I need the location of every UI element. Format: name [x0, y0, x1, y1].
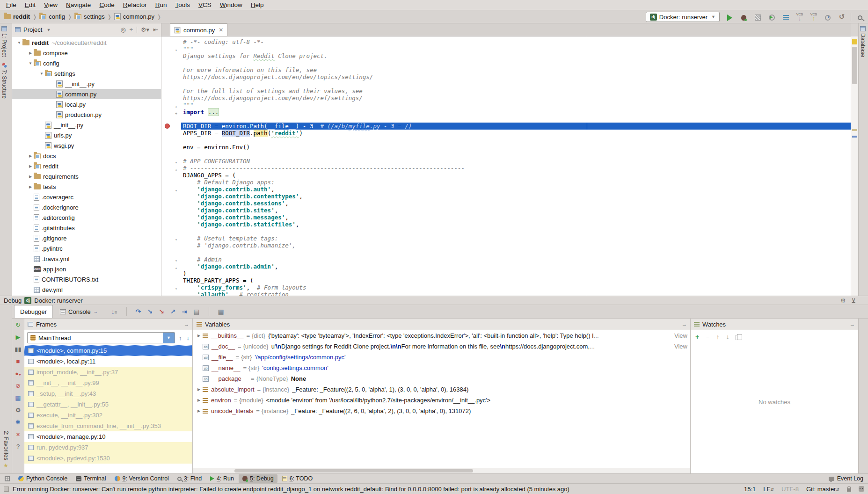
tool-window-button-terminal[interactable]: Terminal: [72, 474, 109, 483]
tree-item-wsgi-py[interactable]: wsgi.py: [12, 140, 161, 151]
tool-strip-database[interactable]: Database: [859, 23, 867, 60]
settings-gear-icon[interactable]: ⚙▾: [141, 27, 149, 33]
tree-item-tests[interactable]: ▶tests: [12, 182, 161, 192]
highlighting-level-icon[interactable]: [859, 486, 864, 492]
menu-vcs[interactable]: VCS: [194, 0, 216, 9]
frame-row[interactable]: __getattr__, __init__.py:55: [24, 399, 192, 410]
restore-layout-icon[interactable]: ▦: [15, 394, 21, 401]
breadcrumb-item-reddit[interactable]: reddit: [4, 13, 30, 20]
status-square-icon[interactable]: [4, 487, 9, 492]
tree-item-editorconfig[interactable]: .editorconfig: [12, 212, 161, 223]
mute-breakpoints-icon[interactable]: ⊘: [15, 382, 21, 389]
pin-icon[interactable]: ✱: [15, 419, 21, 426]
search-everywhere-icon[interactable]: [855, 13, 865, 21]
variable-row-absolute-import[interactable]: ▶absolute_import={instance}_Feature: _Fe…: [193, 384, 690, 395]
menu-refactor[interactable]: Refactor: [119, 0, 151, 9]
encoding-indicator[interactable]: UTF-8: [781, 486, 799, 493]
pin-panel-icon[interactable]: →: [682, 321, 687, 327]
lock-icon[interactable]: [847, 488, 851, 492]
chevron-down-icon[interactable]: ▼: [27, 61, 34, 65]
breadcrumb-item-common-py[interactable]: common.py: [114, 13, 154, 20]
chevron-down-icon[interactable]: ▼: [163, 333, 175, 343]
frame-row[interactable]: <module>, local.py:11: [24, 356, 192, 367]
event-log-button[interactable]: Event Log: [837, 475, 863, 482]
menu-navigate[interactable]: Navigate: [62, 0, 95, 9]
step-over-icon[interactable]: ↷: [136, 308, 141, 315]
expand-arrow-icon[interactable]: ▶: [195, 387, 203, 392]
locate-icon[interactable]: ◎: [120, 27, 125, 33]
editor-tab-common-py[interactable]: common.py ✕: [170, 23, 227, 36]
debug-icon[interactable]: [738, 13, 749, 21]
coverage-icon[interactable]: [752, 13, 763, 21]
caret-position[interactable]: 15:1: [744, 486, 756, 493]
resume-icon[interactable]: ▶: [16, 334, 21, 341]
tree-item-pylintrc[interactable]: .pylintrc: [12, 243, 161, 254]
frame-row[interactable]: <module>, pydevd.py:1530: [24, 453, 192, 464]
concurrency-diagram-icon[interactable]: [780, 13, 791, 21]
run-to-cursor-icon[interactable]: ⇥: [182, 308, 188, 315]
force-step-into-icon[interactable]: ↘: [159, 308, 164, 315]
collapse-all-icon[interactable]: ÷: [130, 27, 133, 33]
layout-settings-icon[interactable]: ▦: [218, 308, 224, 315]
thread-select[interactable]: MainThread ▼: [27, 332, 175, 343]
vcs-update-icon[interactable]: VCS↓: [795, 13, 805, 22]
variable-row-name[interactable]: ab__name__={str}'config.settings.common': [193, 363, 690, 373]
frame-row[interactable]: <module>, common.py:15: [24, 345, 192, 356]
chevron-down-icon[interactable]: ▼: [38, 72, 45, 76]
tree-item-config[interactable]: ▼config: [12, 58, 161, 68]
tree-item-common-py[interactable]: common.py: [12, 89, 161, 99]
code-area[interactable]: # -*- coding: utf-8 -*-▾"""Django settin…: [161, 36, 851, 296]
frame-row[interactable]: execute_from_command_line, __init__.py:3…: [24, 421, 192, 431]
menu-file[interactable]: File: [2, 0, 21, 9]
close-icon[interactable]: ×: [16, 431, 20, 438]
chevron-right-icon[interactable]: ▶: [27, 51, 34, 55]
menu-edit[interactable]: Edit: [21, 0, 40, 9]
breadcrumb-item-settings[interactable]: settings: [74, 13, 105, 20]
tree-item-urls-py[interactable]: urls.py: [12, 130, 161, 140]
tree-item-local-py[interactable]: local.py: [12, 99, 161, 109]
undo-icon[interactable]: ↺: [837, 13, 847, 21]
tree-item-contributors-txt[interactable]: CONTRIBUTORS.txt: [12, 274, 161, 284]
tree-item-reddit[interactable]: ▼reddit~/cookiecutter/reddit: [12, 37, 161, 48]
line-ending-indicator[interactable]: LF⇵: [763, 486, 774, 493]
tree-item-gitattributes[interactable]: .gitattributes: [12, 223, 161, 233]
debugger-tab-console[interactable]: Console→: [54, 305, 104, 318]
vcs-commit-icon[interactable]: VCS↑: [809, 13, 819, 22]
frame-down-icon[interactable]: ↓: [187, 334, 190, 341]
variable-row-builtins[interactable]: ▶__builtins__={dict}{'bytearray': <type …: [193, 330, 690, 341]
rerun-icon[interactable]: ↻: [15, 321, 21, 328]
tree-item-requirements[interactable]: ▶requirements: [12, 171, 161, 182]
vcs-branch-indicator[interactable]: Git: master⇵: [806, 486, 839, 493]
expand-arrow-icon[interactable]: ▶: [195, 409, 203, 413]
remove-watch-icon[interactable]: −: [706, 333, 709, 341]
tree-item-app-json[interactable]: JSONapp.json: [12, 264, 161, 274]
menu-window[interactable]: Window: [216, 0, 247, 9]
tree-item-production-py[interactable]: production.py: [12, 109, 161, 120]
scrollbar-thumb[interactable]: [234, 469, 473, 472]
menu-view[interactable]: View: [40, 0, 62, 9]
hide-window-icon[interactable]: ⊻: [851, 298, 856, 304]
settings-icon[interactable]: ⚙: [15, 407, 21, 414]
expand-arrow-icon[interactable]: ▶: [195, 398, 203, 402]
variable-row-unicode-literals[interactable]: ▶unicode_literals={instance}_Feature: _F…: [193, 406, 690, 416]
settings-gear-icon[interactable]: ⚙: [840, 298, 846, 304]
variable-row-file[interactable]: ab__file__={str}'/app/config/settings/co…: [193, 352, 690, 363]
horizontal-scrollbar[interactable]: [193, 468, 690, 473]
tree-item-settings[interactable]: ▼settings: [12, 68, 161, 79]
tool-window-button-5-debug[interactable]: 5: Debug: [239, 474, 277, 483]
chevron-right-icon[interactable]: ▶: [27, 174, 34, 179]
editor-scrollbar[interactable]: [851, 36, 858, 296]
tree-item-compose[interactable]: ▶compose: [12, 48, 161, 58]
frame-row[interactable]: execute, __init__.py:302: [24, 410, 192, 421]
scrollbar-thumb[interactable]: [852, 47, 857, 84]
view-link[interactable]: View: [673, 343, 690, 350]
status-message[interactable]: Error running Docker: runserver: Can't r…: [13, 486, 569, 493]
frame-row[interactable]: __init__, __init__.py:99: [24, 378, 192, 388]
tool-strip-7-structure[interactable]: 7: Structure: [0, 60, 8, 102]
menu-tools[interactable]: Tools: [171, 0, 194, 9]
recent-changes-icon[interactable]: [823, 13, 833, 21]
tree-item-gitignore[interactable]: .gitignore: [12, 233, 161, 243]
tree-item-travis-yml[interactable]: .travis.yml: [12, 254, 161, 264]
tool-window-button-3-find[interactable]: 3: Find: [174, 474, 205, 483]
pause-icon[interactable]: ▮▮: [15, 346, 21, 353]
